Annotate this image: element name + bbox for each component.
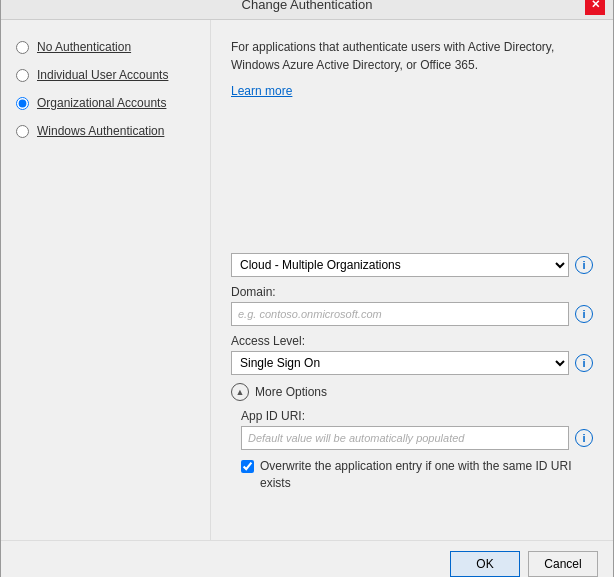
dialog-container: Change Authentication ✕ No Authenticatio… bbox=[0, 0, 614, 577]
radio-option-windows[interactable]: Windows Authentication bbox=[16, 124, 195, 138]
right-panel: For applications that authenticate users… bbox=[211, 20, 613, 540]
learn-more-link[interactable]: Learn more bbox=[231, 84, 593, 98]
radio-option-org[interactable]: Organizational Accounts bbox=[16, 96, 195, 110]
chevron-up-icon: ▲ bbox=[231, 383, 249, 401]
radio-option-individual[interactable]: Individual User Accounts bbox=[16, 68, 195, 82]
access-level-label: Access Level: bbox=[231, 334, 593, 348]
overwrite-checkbox[interactable] bbox=[241, 460, 254, 473]
title-bar: Change Authentication ✕ bbox=[1, 0, 613, 20]
access-level-dropdown[interactable]: Single Sign On Read directory data Read … bbox=[231, 351, 569, 375]
checkbox-label[interactable]: Overwrite the application entry if one w… bbox=[260, 458, 593, 492]
checkbox-row: Overwrite the application entry if one w… bbox=[241, 458, 593, 492]
app-id-uri-input[interactable] bbox=[241, 426, 569, 450]
cloud-info-icon[interactable]: i bbox=[575, 256, 593, 274]
radio-label-individual[interactable]: Individual User Accounts bbox=[37, 68, 168, 82]
left-panel: No Authentication Individual User Accoun… bbox=[1, 20, 211, 540]
radio-individual[interactable] bbox=[16, 69, 29, 82]
app-id-section: App ID URI: i Overwrite the application … bbox=[231, 409, 593, 492]
more-options-row[interactable]: ▲ More Options bbox=[231, 383, 593, 401]
app-id-input-row: i bbox=[241, 426, 593, 450]
cancel-button[interactable]: Cancel bbox=[528, 551, 598, 577]
domain-input-row: i bbox=[231, 302, 593, 326]
access-level-info-icon[interactable]: i bbox=[575, 354, 593, 372]
cloud-dropdown[interactable]: Cloud - Multiple Organizations Cloud - S… bbox=[231, 253, 569, 277]
radio-org[interactable] bbox=[16, 97, 29, 110]
domain-label: Domain: bbox=[231, 285, 593, 299]
domain-info-icon[interactable]: i bbox=[575, 305, 593, 323]
dialog-body: No Authentication Individual User Accoun… bbox=[1, 20, 613, 540]
radio-label-windows[interactable]: Windows Authentication bbox=[37, 124, 164, 138]
radio-no-auth[interactable] bbox=[16, 41, 29, 54]
info-text: For applications that authenticate users… bbox=[231, 38, 593, 74]
close-button[interactable]: ✕ bbox=[585, 0, 605, 15]
form-section: Cloud - Multiple Organizations Cloud - S… bbox=[231, 253, 593, 492]
cloud-dropdown-row: Cloud - Multiple Organizations Cloud - S… bbox=[231, 253, 593, 277]
dialog-title: Change Authentication bbox=[29, 0, 585, 12]
radio-windows[interactable] bbox=[16, 125, 29, 138]
domain-input-wrapper bbox=[231, 302, 569, 326]
radio-label-no-auth[interactable]: No Authentication bbox=[37, 40, 131, 54]
dialog-footer: OK Cancel bbox=[1, 540, 613, 577]
radio-label-org[interactable]: Organizational Accounts bbox=[37, 96, 166, 110]
ok-button[interactable]: OK bbox=[450, 551, 520, 577]
domain-input[interactable] bbox=[231, 302, 569, 326]
app-id-uri-label: App ID URI: bbox=[241, 409, 593, 423]
app-id-info-icon[interactable]: i bbox=[575, 429, 593, 447]
access-level-dropdown-row: Single Sign On Read directory data Read … bbox=[231, 351, 593, 375]
radio-option-no-auth[interactable]: No Authentication bbox=[16, 40, 195, 54]
more-options-label: More Options bbox=[255, 385, 327, 399]
